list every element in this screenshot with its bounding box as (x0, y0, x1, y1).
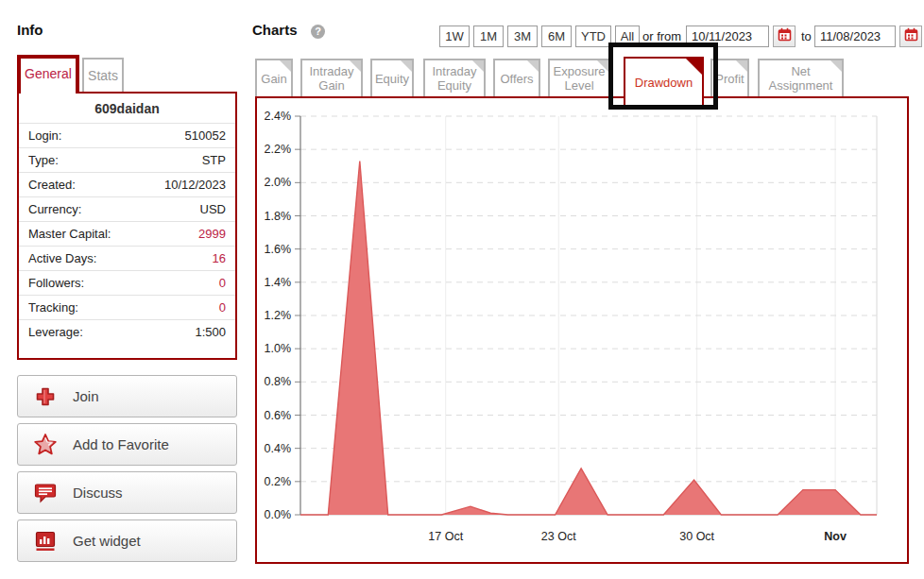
chart-tab-intraday-gain[interactable]: Intraday Gain (300, 59, 363, 96)
info-row: Master Capital:2999 (19, 221, 235, 246)
question-mark-icon[interactable]: ? (311, 25, 325, 39)
y-tick-label: 1.0% (265, 342, 292, 355)
info-row: Login:510052 (19, 123, 235, 147)
x-tick-label: Nov (824, 530, 847, 543)
y-tick-label: 1.6% (265, 243, 292, 256)
info-row-label: Active Days: (28, 251, 96, 265)
info-row-label: Created: (28, 178, 76, 192)
x-tick-label: 30 Oct (679, 530, 714, 543)
tab-stats[interactable]: Stats (82, 58, 124, 94)
folded-corner-icon (280, 60, 291, 72)
range-button-1w[interactable]: 1W (439, 26, 470, 47)
chart-tab-exposure-level[interactable]: Exposure Level (548, 59, 610, 96)
charts-section-title: Charts (252, 22, 298, 38)
drawdown-chart-panel: 0.0%0.2%0.4%0.6%0.8%1.0%1.2%1.4%1.6%1.8%… (255, 96, 909, 564)
drawdown-series-outline (300, 162, 877, 516)
y-tick-label: 0.6% (265, 409, 292, 422)
y-tick-label: 0.2% (265, 475, 292, 488)
info-row-value: USD (200, 202, 226, 216)
tab-general[interactable]: General (17, 55, 79, 94)
y-tick-label: 2.2% (265, 143, 292, 156)
star-icon (33, 433, 58, 457)
account-info-rows: Login:510052Type:STPCreated:10/12/2023Cu… (19, 123, 235, 344)
y-tick-label: 0.0% (265, 508, 292, 521)
discuss-button[interactable]: Discuss (17, 471, 237, 514)
info-row-label: Followers: (28, 276, 84, 290)
info-row-label: Currency: (28, 202, 81, 216)
from-date-input[interactable] (686, 26, 769, 47)
range-button-3m[interactable]: 3M (507, 26, 538, 47)
info-row-value: 0 (219, 276, 226, 290)
info-row-value: 2999 (198, 227, 226, 241)
chart-tab-net-assignment[interactable]: Net Assignment (758, 59, 844, 96)
info-row-value: 0 (219, 300, 226, 315)
folded-corner-icon (736, 60, 747, 72)
range-button-ytd[interactable]: YTD (575, 26, 611, 47)
folded-corner-icon (597, 60, 608, 72)
info-row: Tracking:0 (19, 295, 235, 319)
to-calendar-button[interactable] (899, 26, 922, 47)
y-tick-label: 2.0% (265, 176, 292, 189)
info-row-label: Tracking: (28, 300, 78, 315)
plus-icon (33, 384, 58, 409)
info-row-value: 1:500 (195, 325, 226, 339)
chart-tab-equity[interactable]: Equity (370, 59, 414, 96)
range-button-6m[interactable]: 6M (541, 26, 572, 47)
folded-corner-icon (830, 60, 842, 72)
widget-chart-icon (33, 529, 58, 553)
info-row: Created:10/12/2023 (19, 172, 235, 196)
to-label: to (801, 29, 812, 43)
account-name: 609daidan (19, 94, 235, 123)
info-row: Currency:USD (19, 196, 235, 221)
range-button-all[interactable]: All (615, 26, 640, 47)
from-calendar-button[interactable] (773, 26, 796, 47)
action-button-label: Get widget (73, 533, 141, 549)
calendar-icon (778, 27, 792, 45)
info-row-value: 510052 (185, 128, 226, 143)
x-tick-label: 23 Oct (541, 530, 576, 543)
info-row: Type:STP (19, 147, 235, 172)
drawdown-area-series (300, 162, 877, 516)
range-button-1m[interactable]: 1M (473, 26, 504, 47)
chart-tab-label: Net Assignment (760, 64, 842, 93)
info-row-label: Leverage: (28, 325, 83, 339)
info-section-title: Info (17, 22, 43, 38)
x-tick-label: 17 Oct (428, 530, 463, 543)
to-date-input[interactable] (814, 26, 896, 47)
chart-tab-intraday-equity[interactable]: Intraday Equity (423, 59, 486, 96)
add-to-favorite-button[interactable]: Add to Favorite (17, 423, 237, 466)
get-widget-button[interactable]: Get widget (17, 519, 237, 562)
info-row-label: Login: (28, 128, 61, 143)
y-tick-label: 1.4% (265, 276, 292, 289)
y-tick-label: 0.8% (265, 375, 292, 388)
page: Info General Stats 609daidan Login:51005… (0, 0, 924, 579)
chart-tab-label: Equity (375, 72, 409, 86)
info-row-label: Type: (28, 153, 59, 167)
info-row: Active Days:16 (19, 246, 235, 270)
folded-corner-icon (527, 60, 539, 72)
calendar-icon (904, 27, 918, 45)
info-row-value: 10/12/2023 (164, 178, 226, 192)
folded-corner-icon (350, 60, 361, 72)
or-from-label: or from (642, 29, 681, 43)
action-button-label: Discuss (73, 485, 123, 501)
drawdown-area-chart: 0.0%0.2%0.4%0.6%0.8%1.0%1.2%1.4%1.6%1.8%… (257, 98, 907, 562)
chart-tab-offers[interactable]: Offers (493, 59, 540, 96)
info-row-label: Master Capital: (28, 227, 111, 241)
info-row: Followers:0 (19, 270, 235, 295)
y-tick-label: 0.4% (265, 442, 292, 455)
y-tick-label: 2.4% (265, 110, 292, 123)
info-row-value: STP (202, 153, 226, 167)
chart-tab-gain[interactable]: Gain (255, 59, 293, 96)
account-info-panel: 609daidan Login:510052Type:STPCreated:10… (17, 92, 237, 360)
chart-tab-drawdown[interactable]: Drawdown (624, 57, 704, 106)
chart-tab-profit[interactable]: Profit (710, 59, 749, 96)
action-button-label: Join (73, 388, 99, 404)
info-row-value: 16 (213, 251, 226, 265)
join-button[interactable]: Join (17, 375, 237, 417)
folded-corner-icon (686, 59, 702, 75)
folded-corner-icon (401, 60, 412, 72)
folded-corner-icon (472, 60, 484, 72)
chart-tab-label: Drawdown (635, 76, 693, 90)
y-tick-label: 1.2% (265, 309, 292, 322)
